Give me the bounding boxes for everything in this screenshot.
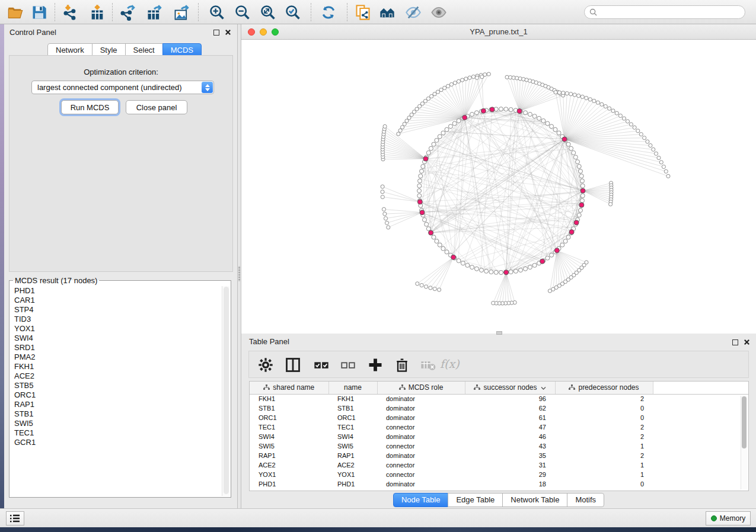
cell-mcds_role[interactable]: connector — [377, 441, 465, 451]
add-row-icon[interactable] — [367, 357, 384, 373]
cell-predecessor_nodes[interactable]: 0 — [555, 413, 653, 422]
zoom-fit-icon[interactable] — [260, 4, 276, 21]
table-row[interactable]: ORC1ORC1dominator610 — [250, 413, 748, 422]
tab-node-table[interactable]: Node Table — [393, 493, 449, 507]
mcds-list-scrollbar[interactable] — [222, 286, 229, 496]
cell-shared_name[interactable]: SWI4 — [250, 432, 328, 441]
close-panel-icon[interactable] — [225, 27, 231, 38]
cell-successor_nodes[interactable]: 46 — [465, 432, 555, 441]
table-row[interactable]: SWI5SWI5connector431 — [250, 441, 748, 451]
cell-shared_name[interactable]: ACE2 — [250, 460, 328, 470]
mcds-result-item[interactable]: ORC1 — [11, 390, 219, 400]
function-builder-icon[interactable]: f(x) — [440, 357, 460, 370]
mcds-result-item[interactable]: GCR1 — [11, 438, 219, 447]
search-box[interactable] — [584, 5, 745, 19]
column-header-successor-nodes[interactable]: successor nodes — [465, 382, 555, 394]
select-all-icon[interactable] — [313, 357, 330, 373]
cell-mcds_role[interactable]: connector — [377, 460, 465, 470]
cell-mcds_role[interactable]: dominator — [377, 451, 465, 460]
open-icon[interactable] — [7, 4, 24, 21]
mcds-result-item[interactable]: FKH1 — [11, 362, 219, 371]
cell-mcds_role[interactable]: dominator — [377, 403, 465, 413]
mcds-result-item[interactable]: RAP1 — [11, 400, 219, 409]
cell-predecessor_nodes[interactable]: 0 — [555, 403, 653, 413]
mcds-result-item[interactable]: YOX1 — [11, 324, 219, 334]
import-network-icon[interactable] — [62, 4, 78, 21]
mcds-result-item[interactable]: PMA2 — [11, 352, 219, 362]
refresh-icon[interactable] — [320, 4, 337, 21]
cell-predecessor_nodes[interactable]: 1 — [555, 441, 653, 451]
mcds-result-item[interactable]: CAR1 — [11, 296, 219, 305]
cell-successor_nodes[interactable]: 43 — [465, 441, 555, 451]
cell-shared_name[interactable]: YOX1 — [250, 470, 328, 479]
tab-network-table[interactable]: Network Table — [502, 493, 567, 507]
cell-successor_nodes[interactable]: 61 — [465, 413, 555, 422]
zoom-in-icon[interactable] — [209, 4, 225, 21]
cell-predecessor_nodes[interactable]: 1 — [555, 470, 653, 479]
deselect-all-icon[interactable] — [340, 357, 356, 373]
close-table-panel-icon[interactable] — [744, 337, 750, 348]
cell-mcds_role[interactable]: connector — [377, 470, 465, 479]
cell-shared_name[interactable]: SWI5 — [250, 441, 328, 451]
network-canvas[interactable] — [241, 40, 756, 334]
network-titlebar[interactable]: YPA_prune.txt_1 — [241, 24, 756, 40]
cell-name[interactable]: STB1 — [328, 403, 377, 413]
run-mcds-button[interactable]: Run MCDS — [61, 100, 119, 114]
table-row[interactable]: FKH1FKH1dominator962 — [250, 394, 748, 403]
cell-mcds_role[interactable]: dominator — [377, 479, 465, 489]
cell-name[interactable]: YOX1 — [328, 470, 377, 479]
export-image-icon[interactable] — [173, 4, 190, 21]
mcds-result-item[interactable]: PHD1 — [11, 286, 219, 296]
cell-mcds_role[interactable]: connector — [377, 422, 465, 432]
cell-predecessor_nodes[interactable]: 0 — [555, 479, 653, 489]
table-row[interactable]: ACE2ACE2connector311 — [250, 460, 748, 470]
table-row[interactable]: STB1STB1dominator620 — [250, 403, 748, 413]
cell-successor_nodes[interactable]: 31 — [465, 460, 555, 470]
close-panel-button[interactable]: Close panel — [126, 100, 187, 114]
cell-shared_name[interactable]: ORC1 — [250, 413, 328, 422]
first-neighbors-icon[interactable] — [379, 4, 395, 21]
horizontal-splitter-handle[interactable] — [496, 331, 502, 335]
cell-name[interactable]: FKH1 — [328, 394, 377, 403]
cell-mcds_role[interactable]: dominator — [377, 432, 465, 441]
show-all-icon[interactable] — [430, 4, 447, 21]
table-row[interactable]: RAP1RAP1dominator352 — [250, 451, 748, 460]
zoom-selected-icon[interactable] — [285, 4, 301, 21]
cell-predecessor_nodes[interactable]: 2 — [555, 422, 653, 432]
cell-predecessor_nodes[interactable]: 2 — [555, 394, 653, 403]
cell-shared_name[interactable]: FKH1 — [250, 394, 328, 403]
float-panel-icon[interactable] — [213, 30, 219, 36]
mcds-result-item[interactable]: SWI5 — [11, 419, 219, 428]
splitter-handle[interactable] — [238, 266, 240, 281]
cell-name[interactable]: RAP1 — [328, 451, 377, 460]
mcds-result-item[interactable]: SRD1 — [11, 343, 219, 352]
cell-mcds_role[interactable]: dominator — [377, 413, 465, 422]
cell-predecessor_nodes[interactable]: 2 — [555, 432, 653, 441]
settings-icon[interactable] — [257, 357, 274, 373]
cell-name[interactable]: SWI4 — [328, 432, 377, 441]
vertical-splitter[interactable] — [237, 24, 241, 508]
cell-name[interactable]: ACE2 — [328, 460, 377, 470]
save-icon[interactable] — [31, 4, 47, 21]
cell-name[interactable]: ORC1 — [328, 413, 377, 422]
copy-network-icon[interactable] — [355, 4, 371, 21]
cell-successor_nodes[interactable]: 96 — [465, 394, 555, 403]
cell-successor_nodes[interactable]: 47 — [465, 422, 555, 432]
mcds-result-item[interactable]: TEC1 — [11, 428, 219, 438]
import-table-icon[interactable] — [89, 4, 106, 21]
memory-button[interactable]: Memory — [706, 511, 751, 525]
cell-name[interactable]: PHD1 — [328, 479, 377, 489]
network-graph[interactable] — [241, 40, 756, 334]
columns-icon[interactable] — [285, 357, 301, 373]
export-table-icon[interactable] — [146, 4, 162, 21]
cell-mcds_role[interactable]: dominator — [377, 394, 465, 403]
table-row[interactable]: TEC1TEC1connector472 — [250, 422, 748, 432]
delete-table-icon[interactable] — [420, 357, 436, 373]
column-header-MCDS-role[interactable]: MCDS role — [377, 382, 465, 394]
cell-successor_nodes[interactable]: 35 — [465, 451, 555, 460]
cell-predecessor_nodes[interactable]: 1 — [555, 460, 653, 470]
cell-shared_name[interactable]: TEC1 — [250, 422, 328, 432]
delete-row-icon[interactable] — [394, 357, 410, 373]
cell-successor_nodes[interactable]: 18 — [465, 479, 555, 489]
export-network-icon[interactable] — [119, 4, 135, 21]
